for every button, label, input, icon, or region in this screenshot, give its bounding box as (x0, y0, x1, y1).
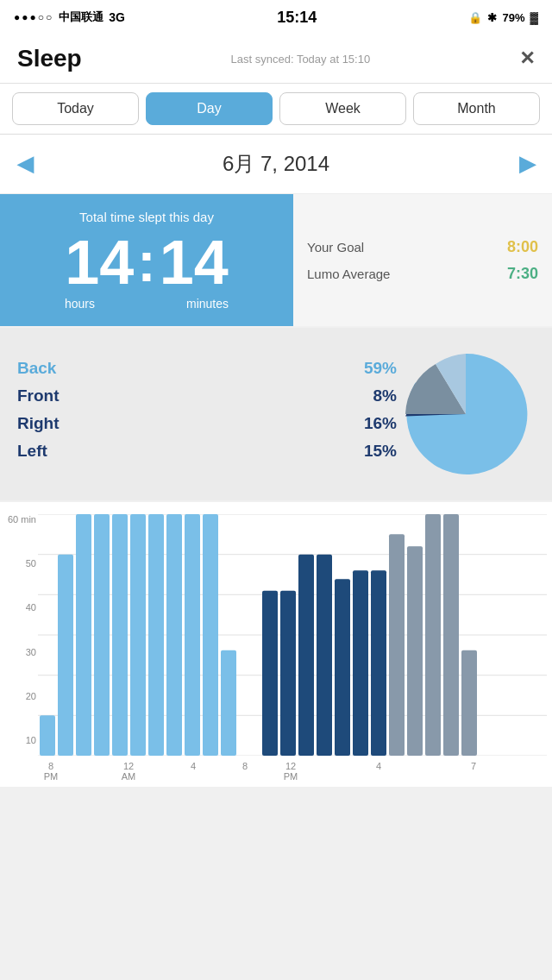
sleep-minutes-value: 14 (160, 231, 229, 293)
sleep-time-box: Total time slept this day 14 : 14 hours … (0, 194, 293, 326)
position-row-right: Right 16% (17, 414, 397, 433)
position-list: Back 59% Front 8% Right 16% Left 15% (17, 359, 397, 469)
bar-chart-svg (38, 514, 547, 756)
svg-rect-27 (425, 514, 441, 756)
svg-rect-10 (94, 514, 110, 756)
svg-rect-24 (371, 570, 386, 756)
goal-label: Your Goal (307, 240, 364, 254)
position-row-left: Left 15% (17, 442, 397, 461)
position-front-pct: 8% (373, 386, 397, 405)
date-navigation: ◀ 6月 7, 2014 ▶ (0, 135, 552, 194)
average-value: 7:30 (507, 265, 538, 283)
goal-value: 8:00 (507, 238, 538, 256)
svg-rect-12 (130, 514, 146, 756)
signal-dots: ●●●○○ (14, 11, 53, 23)
svg-rect-16 (203, 514, 218, 756)
x-label-7-main: 7 (461, 761, 486, 771)
next-date-button[interactable]: ▶ (519, 152, 535, 176)
svg-rect-13 (148, 514, 164, 756)
position-back-pct: 59% (364, 359, 397, 378)
svg-rect-23 (353, 570, 368, 756)
position-left-label: Left (17, 442, 47, 461)
position-row-back: Back 59% (17, 359, 397, 378)
sync-status: Last synced: Today at 15:10 (231, 53, 371, 66)
svg-rect-19 (280, 591, 296, 756)
sleep-hours-value: 14 (65, 231, 134, 293)
tab-bar: Today Day Week Month (0, 84, 552, 135)
x-label-8pm-main: 8 (38, 761, 64, 771)
prev-date-button[interactable]: ◀ (17, 152, 33, 176)
goal-row: Your Goal 8:00 (307, 238, 538, 256)
close-button[interactable]: ✕ (519, 47, 535, 70)
x-label-12am-main: 12 (116, 761, 141, 771)
minutes-label: minutes (186, 297, 229, 311)
x-label-12pm-main: 12 (278, 761, 304, 771)
svg-rect-26 (407, 546, 423, 756)
battery-icon: ▓ (530, 11, 538, 24)
status-right: 🔒 ✱ 79% ▓ (468, 11, 538, 24)
status-time: 15:14 (277, 9, 317, 27)
y-label-40: 40 (26, 602, 36, 612)
svg-rect-28 (443, 514, 459, 756)
position-back-label: Back (17, 359, 56, 378)
y-label-20: 20 (26, 691, 36, 701)
status-bar: ●●●○○ 中国联通 3G 15:14 🔒 ✱ 79% ▓ (0, 0, 552, 35)
bluetooth-icon: ✱ (487, 11, 497, 24)
y-label-30: 30 (26, 647, 36, 657)
battery-level: 79% (502, 11, 524, 24)
svg-rect-14 (166, 514, 182, 756)
y-label-50: 50 (26, 558, 36, 569)
status-left: ●●●○○ 中国联通 3G (14, 9, 125, 25)
svg-rect-18 (262, 591, 278, 756)
x-label-12pm-sub: PM (278, 771, 304, 782)
average-label: Lumo Average (307, 267, 390, 281)
position-card: Back 59% Front 8% Right 16% Left 15% (0, 328, 552, 500)
average-row: Lumo Average 7:30 (307, 265, 538, 283)
app-header: Sleep Last synced: Today at 15:10 ✕ (0, 35, 552, 84)
sleep-card-label: Total time slept this day (19, 210, 274, 224)
svg-rect-7 (40, 715, 55, 756)
svg-rect-17 (221, 650, 236, 756)
sleep-colon: : (134, 235, 159, 290)
svg-rect-9 (76, 514, 91, 756)
svg-rect-25 (389, 534, 405, 756)
tab-day[interactable]: Day (146, 92, 273, 125)
x-label-8am-main: 8 (232, 761, 258, 771)
tab-week[interactable]: Week (279, 92, 406, 125)
sleep-goal-box: Your Goal 8:00 Lumo Average 7:30 (293, 194, 552, 326)
y-label-10: 10 (26, 735, 36, 745)
svg-rect-29 (461, 650, 477, 756)
svg-rect-21 (317, 555, 332, 756)
app-title: Sleep (17, 45, 82, 72)
position-row-front: Front 8% (17, 386, 397, 405)
hours-label: hours (65, 297, 95, 311)
lock-icon: 🔒 (468, 11, 482, 24)
svg-rect-20 (298, 555, 314, 756)
carrier-name: 中国联通 (59, 9, 104, 25)
y-label-60: 60 min (8, 514, 36, 525)
current-date: 6月 7, 2014 (223, 150, 329, 178)
x-label-4am-main: 4 (180, 761, 206, 771)
x-label-12am-sub: AM (116, 771, 141, 782)
svg-rect-11 (112, 514, 128, 756)
position-left-pct: 15% (364, 442, 397, 461)
position-right-pct: 16% (364, 414, 397, 433)
sleep-digits: 14 : 14 (19, 231, 274, 293)
position-right-label: Right (17, 414, 60, 433)
sleep-card: Total time slept this day 14 : 14 hours … (0, 194, 552, 326)
svg-rect-8 (58, 555, 73, 756)
x-label-4pm-main: 4 (366, 761, 392, 771)
x-label-8pm-sub: PM (38, 771, 64, 782)
svg-rect-15 (185, 514, 200, 756)
tab-today[interactable]: Today (12, 92, 139, 125)
network-type: 3G (109, 10, 125, 24)
svg-rect-22 (335, 579, 350, 756)
pie-chart (397, 345, 535, 483)
tab-month[interactable]: Month (413, 92, 540, 125)
position-front-label: Front (17, 386, 60, 405)
bar-chart: 60 min 50 40 30 20 10 (0, 502, 552, 787)
sleep-units: hours minutes (19, 297, 274, 311)
